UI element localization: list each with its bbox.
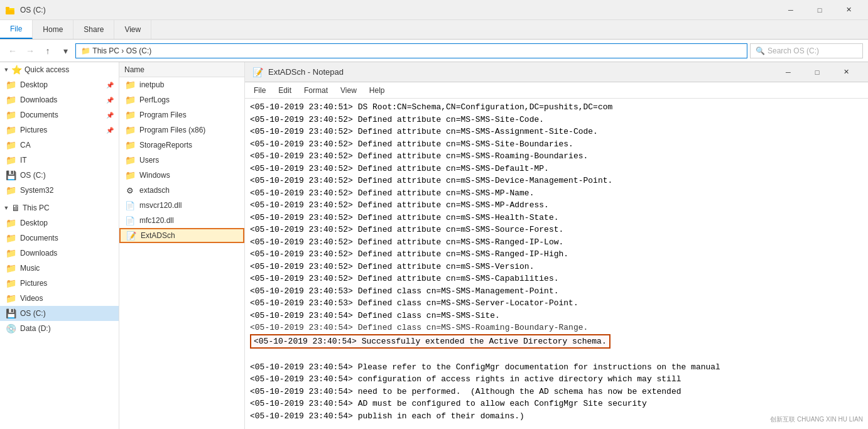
sidebar-item-pc-music[interactable]: 📁 Music — [0, 261, 119, 276]
notepad-line: <05-10-2019 23:40:54> Successfully exten… — [250, 334, 863, 349]
notepad-title-bar: 📝 ExtADSch - Notepad ─ □ ✕ — [245, 62, 868, 82]
file-item-mfc120[interactable]: 📄 mfc120.dll — [119, 213, 244, 228]
notepad-line: <05-10-2019 23:40:54> Please refer to th… — [250, 361, 863, 374]
notepad-line: <05-10-2019 23:40:54> need to be perform… — [250, 386, 863, 398]
address-bar: ← → ↑ ▾ 📁 This PC › OS (C:) 🔍 Search OS … — [0, 40, 868, 62]
folder-icon: 📁 — [5, 185, 16, 196]
file-item-msvcr120[interactable]: 📄 msvcr120.dll — [119, 198, 244, 213]
notepad-line: <05-10-2019 23:40:52> Defined attribute … — [250, 261, 863, 273]
sidebar-item-pc-downloads[interactable]: 📁 Downloads — [0, 246, 119, 261]
notepad-line: <05-10-2019 23:40:52> Defined attribute … — [250, 199, 863, 212]
sidebar-item-qa-it[interactable]: 📁 IT — [0, 153, 119, 168]
tab-share[interactable]: Share — [73, 20, 114, 39]
notepad-line: <05-10-2019 23:40:54> Defined class cn=M… — [250, 310, 863, 322]
notepad-line: <05-10-2019 23:40:51> DS Root:CN=Schema,… — [250, 101, 863, 114]
ribbon-tabs: File Home Share View — [0, 20, 868, 39]
folder-icon: 📁 — [124, 139, 136, 151]
file-item-users[interactable]: 📁 Users — [119, 153, 244, 168]
svg-rect-1 — [6, 10, 14, 14]
sidebar-item-pc-videos[interactable]: 📁 Videos — [0, 291, 119, 306]
tab-view[interactable]: View — [114, 20, 151, 39]
notepad-maximize[interactable]: □ — [803, 62, 832, 82]
notepad-line: <05-10-2019 23:40:54> configuration of a… — [250, 373, 863, 386]
notepad-menu-view[interactable]: View — [334, 82, 363, 99]
sidebar-item-pc-desktop[interactable]: 📁 Desktop — [0, 215, 119, 231]
file-item-extadsch-txt[interactable]: 📝 ExtADSch — [119, 228, 244, 243]
sidebar-item-pc-documents[interactable]: 📁 Documents — [0, 231, 119, 246]
notepad-line: <05-10-2019 23:40:52> Defined attribute … — [250, 248, 863, 261]
notepad-line: <05-10-2019 23:40:52> Defined attribute … — [250, 224, 863, 236]
tab-file[interactable]: File — [0, 20, 33, 39]
folder-icon: 📁 — [5, 124, 16, 136]
notepad-minimize[interactable]: ─ — [774, 62, 803, 82]
title-bar: OS (C:) ─ □ ✕ — [0, 0, 868, 20]
notepad-close[interactable]: ✕ — [832, 62, 860, 82]
file-item-perflogs[interactable]: 📁 PerfLogs — [119, 92, 244, 107]
disk-icon: 💾 — [5, 170, 16, 181]
expand-arrow-qa: ▼ — [3, 66, 10, 73]
notepad-line: <05-10-2019 23:40:52> Defined attribute … — [250, 212, 863, 224]
notepad-menu-help[interactable]: Help — [363, 82, 391, 99]
folder-icon: 📁 — [124, 79, 136, 90]
sidebar-item-qa-downloads[interactable]: 📁 Downloads 📌 — [0, 92, 119, 107]
notepad-line: <05-10-2019 23:40:52> Defined attribute … — [250, 175, 863, 187]
this-pc-icon: 🖥 — [11, 203, 20, 213]
file-item-storagereports[interactable]: 📁 StorageReports — [119, 138, 244, 153]
notepad-menu-edit[interactable]: Edit — [272, 82, 298, 99]
tab-home[interactable]: Home — [33, 20, 73, 39]
sidebar-item-qa-documents[interactable]: 📁 Documents 📌 — [0, 107, 119, 122]
folder-icon: 📁 — [5, 247, 16, 259]
notepad-menu-file[interactable]: File — [247, 82, 272, 99]
up-button[interactable]: ↑ — [40, 43, 55, 58]
file-item-extadsch-exe[interactable]: ⚙ extadsch — [119, 183, 244, 198]
notepad-menu-format[interactable]: Format — [298, 82, 334, 99]
folder-icon: 📁 — [124, 170, 136, 181]
disk-icon: 💿 — [5, 323, 16, 334]
folder-icon: 📁 — [5, 155, 16, 166]
sidebar-item-pc-pictures[interactable]: 📁 Pictures — [0, 276, 119, 291]
sidebar-item-qa-ca[interactable]: 📁 CA — [0, 138, 119, 153]
main-container: ▼ ⭐ Quick access 📁 Desktop 📌 📁 Downloads… — [0, 62, 868, 429]
folder-icon: 📁 — [5, 293, 16, 304]
sidebar-item-qa-pictures[interactable]: 📁 Pictures 📌 — [0, 122, 119, 138]
sidebar: ▼ ⭐ Quick access 📁 Desktop 📌 📁 Downloads… — [0, 62, 119, 429]
file-item-windows[interactable]: 📁 Windows — [119, 168, 244, 183]
quick-access-header[interactable]: ▼ ⭐ Quick access — [0, 62, 119, 77]
folder-icon: 📁 — [5, 263, 16, 274]
minimize-button[interactable]: ─ — [776, 0, 805, 20]
notepad-line: <05-10-2019 23:40:52> Defined attribute … — [250, 273, 863, 285]
file-item-inetpub[interactable]: 📁 inetpub — [119, 77, 244, 92]
exe-icon: ⚙ — [124, 185, 136, 196]
forward-button[interactable]: → — [23, 43, 38, 58]
this-pc-header[interactable]: ▼ 🖥 This PC — [0, 200, 119, 215]
sidebar-item-qa-osc[interactable]: 💾 OS (C:) — [0, 168, 119, 183]
notepad-line: <05-10-2019 23:40:52> Defined attribute … — [250, 150, 863, 163]
search-icon: 🔍 — [756, 46, 765, 55]
search-box[interactable]: 🔍 Search OS (C:) — [750, 43, 863, 58]
folder-icon: 📁 — [124, 109, 136, 121]
sidebar-item-pc-datad[interactable]: 💿 Data (D:) — [0, 321, 119, 336]
back-button[interactable]: ← — [5, 43, 20, 58]
svg-rect-2 — [9, 8, 14, 10]
notepad-line: <05-10-2019 23:40:54> Defined class cn=M… — [250, 322, 863, 334]
file-list-header: Name — [119, 62, 244, 77]
file-item-programfiles[interactable]: 📁 Program Files — [119, 107, 244, 122]
sidebar-item-qa-desktop[interactable]: 📁 Desktop 📌 — [0, 77, 119, 92]
file-list: Name 📁 inetpub 📁 PerfLogs 📁 Program File… — [119, 62, 245, 429]
address-path[interactable]: 📁 This PC › OS (C:) — [75, 43, 747, 58]
notepad-line: <05-10-2019 23:40:52> Defined attribute … — [250, 114, 863, 126]
notepad-content[interactable]: <05-10-2019 23:40:51> DS Root:CN=Schema,… — [245, 99, 868, 429]
title-bar-text: OS (C:) — [20, 6, 46, 14]
close-button[interactable]: ✕ — [834, 0, 863, 20]
dll-icon: 📄 — [124, 200, 136, 211]
folder-icon: 📁 — [124, 94, 136, 106]
address-path-text: This PC › OS (C:) — [92, 46, 151, 55]
recent-button[interactable]: ▾ — [58, 43, 73, 58]
maximize-button[interactable]: □ — [805, 0, 834, 20]
pin-icon: 📌 — [106, 97, 114, 104]
sidebar-item-qa-system32[interactable]: 📁 System32 — [0, 183, 119, 198]
notepad-window-controls: ─ □ ✕ — [774, 62, 860, 82]
sidebar-item-pc-osc[interactable]: 💾 OS (C:) — [0, 306, 119, 321]
folder-icon: 📁 — [5, 232, 16, 244]
file-item-programfilesx86[interactable]: 📁 Program Files (x86) — [119, 122, 244, 138]
